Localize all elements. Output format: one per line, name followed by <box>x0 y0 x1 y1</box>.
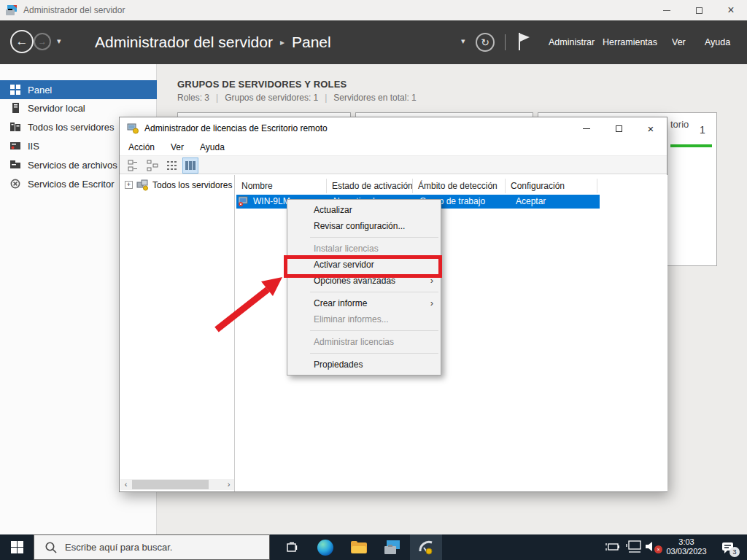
dialog-menu-ver[interactable]: Ver <box>171 142 184 152</box>
task-view-button[interactable] <box>276 534 308 560</box>
section-title: GRUPOS DE SERVIDORES Y ROLES <box>177 79 347 90</box>
health-bar <box>670 144 712 147</box>
start-button[interactable] <box>0 534 34 560</box>
iis-icon <box>10 141 20 151</box>
menu-item-crear-informe[interactable]: Crear informe › <box>288 295 440 311</box>
action-center-button[interactable] <box>712 534 744 560</box>
server-manager-header: ← → ▾ Administrador del servidor ▸ Panel… <box>0 20 747 64</box>
dialog-close-button[interactable]: × <box>635 117 667 139</box>
rd-licensing-icon <box>418 540 434 555</box>
dialog-titlebar: Administrador de licencias de Escritorio… <box>120 117 667 139</box>
edge-button[interactable] <box>309 534 341 560</box>
sidebar-item-label: Servicios de Escritor <box>28 179 114 190</box>
all-servers-icon <box>10 122 20 132</box>
refresh-icon[interactable]: ↻ <box>476 33 495 52</box>
main-window-titlebar: Administrador del servidor × <box>0 0 747 20</box>
menu-ayuda[interactable]: Ayuda <box>705 20 730 64</box>
column-divider[interactable] <box>326 179 327 193</box>
notifications-flag-icon[interactable] <box>516 32 531 51</box>
menu-separator <box>310 292 438 292</box>
header-divider <box>505 34 506 50</box>
toolbar-tree-icon[interactable] <box>125 158 142 174</box>
menu-item-revisar-configuracion[interactable]: Revisar configuración... <box>288 218 440 234</box>
taskbar-clock[interactable]: 3:03 03/03/2023 <box>664 537 709 556</box>
minimize-icon <box>583 128 590 129</box>
taskbar: Escribe aquí para buscar. <box>0 534 747 560</box>
menu-item-label: Crear informe <box>314 298 367 308</box>
volume-muted-badge: × <box>654 545 662 553</box>
stat-separator: | <box>325 93 327 103</box>
maximize-icon <box>696 7 703 14</box>
sidebar-item-servidor-local[interactable]: Servidor local <box>0 98 157 117</box>
nav-chevron-down-icon[interactable]: ▾ <box>57 36 61 46</box>
tree-item-todos-los-servidores[interactable]: + Todos los servidores <box>120 179 235 192</box>
dialog-menu-ayuda[interactable]: Ayuda <box>200 142 225 152</box>
role-card-title-fragment: torio <box>670 119 689 130</box>
breadcrumb-arrow-icon: ▸ <box>280 37 285 47</box>
menu-item-actualizar[interactable]: Actualizar <box>288 202 440 218</box>
menu-item-eliminar-informes: Eliminar informes... <box>288 311 440 327</box>
sidebar-item-label: Panel <box>28 85 52 96</box>
expand-icon[interactable]: + <box>125 181 133 189</box>
dashboard-tiles-icon <box>10 85 20 95</box>
dialog-minimize-button[interactable] <box>570 117 603 139</box>
screen: Administrador del servidor × ← → ▾ Admin… <box>0 0 747 560</box>
header-chevron-down-icon[interactable]: ▾ <box>461 36 465 46</box>
network-icon[interactable] <box>626 540 643 553</box>
column-configuracion[interactable]: Configuración <box>511 179 565 193</box>
stat-roles: Roles: 3 <box>177 93 209 103</box>
licensing-manager-icon <box>127 122 139 134</box>
stat-separator: | <box>216 93 218 103</box>
file-explorer-button[interactable] <box>343 534 375 560</box>
dashboard-stats: Roles: 3 | Grupos de servidores: 1 | Ser… <box>177 93 417 103</box>
menu-item-administrar-licencias: Administrar licencias <box>288 334 440 350</box>
toolbar-grid-icon[interactable] <box>163 158 179 174</box>
close-button[interactable]: × <box>715 0 747 20</box>
sidebar-item-panel[interactable]: Panel <box>0 80 157 99</box>
annotation-highlight-box <box>284 255 442 278</box>
minimize-icon <box>663 10 670 11</box>
scroll-left-icon[interactable]: ‹ <box>120 479 131 490</box>
sidebar-item-label: Servicios de archivos <box>28 160 117 171</box>
menu-ver[interactable]: Ver <box>672 20 686 64</box>
maximize-button[interactable] <box>683 0 715 20</box>
cell-nombre: WIN-9LM <box>253 195 290 209</box>
local-server-icon <box>10 103 20 113</box>
column-nombre[interactable]: Nombre <box>241 179 273 193</box>
stat-groups: Grupos de servidores: 1 <box>225 93 318 103</box>
windows-logo-icon <box>11 541 23 553</box>
scrollbar-thumb[interactable] <box>132 480 209 489</box>
column-divider[interactable] <box>412 179 413 193</box>
column-ambito[interactable]: Ámbito de detección <box>418 179 498 193</box>
menu-administrar[interactable]: Administrar <box>549 20 595 64</box>
horizontal-scrollbar[interactable]: ‹ › <box>120 479 234 490</box>
dialog-maximize-button[interactable] <box>603 117 635 139</box>
breadcrumb-current: Panel <box>292 34 331 51</box>
forward-button[interactable]: → <box>34 33 51 50</box>
menu-item-propiedades[interactable]: Propiedades <box>288 357 440 373</box>
rd-licensing-button[interactable] <box>410 534 442 560</box>
file-services-icon <box>10 160 20 170</box>
server-manager-button[interactable] <box>376 534 409 560</box>
column-divider[interactable] <box>597 179 597 193</box>
dialog-toolbar <box>120 155 667 174</box>
breadcrumb-root[interactable]: Administrador del servidor <box>95 34 273 51</box>
scroll-right-icon[interactable]: › <box>223 479 234 490</box>
toolbar-details-view-icon[interactable] <box>182 158 198 174</box>
dialog-menu-accion[interactable]: Acción <box>128 142 155 152</box>
menu-separator <box>310 330 438 331</box>
dialog-title: Administrador de licencias de Escritorio… <box>144 117 328 139</box>
clock-date: 03/03/2023 <box>664 547 709 556</box>
back-button[interactable]: ← <box>10 30 34 53</box>
menu-herramientas[interactable]: Herramientas <box>603 20 657 64</box>
submenu-arrow-icon: › <box>430 295 433 311</box>
power-icon[interactable] <box>605 540 622 553</box>
column-estado[interactable]: Estado de activación <box>332 179 413 193</box>
column-divider[interactable] <box>505 179 506 193</box>
toolbar-tree2-icon[interactable] <box>144 158 160 174</box>
file-explorer-icon <box>351 541 367 553</box>
license-server-icon <box>239 196 249 206</box>
server-manager-icon <box>6 4 18 16</box>
taskbar-search[interactable]: Escribe aquí para buscar. <box>34 534 270 560</box>
minimize-button[interactable] <box>651 0 683 20</box>
